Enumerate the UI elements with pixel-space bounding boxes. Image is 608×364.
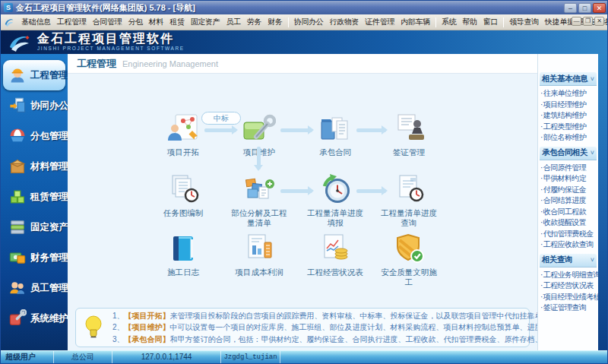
bullet: ·	[540, 100, 543, 109]
link-building-structure[interactable]: ·建筑结构维护	[538, 110, 598, 122]
chevron-down-icon: ˅	[591, 256, 597, 264]
link-project-type[interactable]: ·工程类型维护	[538, 122, 598, 133]
menu-staff[interactable]: 员工	[223, 17, 243, 27]
link-label: 代扣管理费税金	[543, 229, 594, 238]
section-title: 相关基本信息	[540, 74, 591, 84]
link-owner-material[interactable]: ·甲供材料约定	[538, 173, 598, 185]
section-title: 承包合同相关	[540, 147, 591, 158]
flow-item-progress-report[interactable]: 工程量清单进度填报	[301, 174, 369, 228]
sidebar-item-label: 员工管理	[30, 282, 68, 295]
menu-engineering[interactable]: 工程管理	[54, 17, 90, 27]
tip-line: 3、【承包合同】和甲方签订的合同，包括：甲供材约定、履约保证金、合同执行进度、工…	[112, 334, 608, 346]
link-label: 签证管理查询	[543, 303, 586, 312]
menu-separator	[503, 17, 504, 27]
progress-query-icon	[392, 174, 426, 204]
app-window: S 金石工程项目管理软件(网络集团版) 5.78 - [导航] – □ ✕ 基础…	[0, 0, 608, 364]
menu-contract[interactable]: 合同管理	[90, 17, 125, 27]
menu-basic-info[interactable]: 基础信息	[18, 17, 54, 27]
menu-window[interactable]: 窗口	[480, 17, 501, 27]
link-payment-reminder[interactable]: ·收款提醒设置	[538, 217, 598, 229]
link-settlement-progress[interactable]: ·合同结算进度	[538, 195, 598, 207]
sidebar-item-collaboration[interactable]: 协同办公	[1, 90, 68, 121]
link-project-manager[interactable]: ·项目经理维护	[538, 100, 598, 111]
link-label: 工程经营状况表	[543, 281, 594, 290]
maximize-button[interactable]: □	[578, 3, 591, 13]
sidebar-item-engineering[interactable]: 工程管理	[3, 60, 65, 90]
mdi-minimize-button[interactable]: —	[572, 17, 581, 26]
section-header-contract[interactable]: 承包合同相关 ˅	[540, 147, 597, 160]
link-pm-performance[interactable]: ·项目经理业绩考核	[538, 292, 598, 303]
link-label: 工程类型维护	[543, 122, 586, 131]
flow-item-safety[interactable]: 安全质量文明施工	[375, 233, 443, 287]
tip-number: 1、	[112, 312, 125, 320]
link-withhold-tax[interactable]: ·代扣管理费税金	[538, 229, 598, 240]
link-business-detail-query[interactable]: ·工程业务明细查询	[538, 270, 598, 281]
menu-certificates[interactable]: 证件管理	[362, 17, 397, 27]
menu-finance[interactable]: 财务	[264, 17, 285, 27]
menu-vehicles[interactable]: 内部车辆	[397, 17, 433, 27]
minimize-button[interactable]: –	[564, 3, 577, 13]
brand-subtitle: JINSHI PROJECT MANAGEMENT SOFTWARE	[37, 46, 185, 52]
flow-item-boq-breakdown[interactable]: 部位分解及工程量清单	[225, 174, 293, 228]
menu-labor[interactable]: 劳务	[244, 17, 264, 27]
window-icon[interactable]: S	[4, 3, 13, 12]
menu-help[interactable]: 帮助	[459, 17, 480, 27]
flow-item-cost-profit[interactable]: 项目成本利润	[225, 233, 293, 277]
lease-cubes-icon	[8, 188, 27, 206]
link-deposit-pay[interactable]: ·付履约保证金	[538, 185, 598, 196]
link-contract-original[interactable]: ·合同原件管理	[538, 163, 598, 174]
link-label: 甲供材料约定	[543, 174, 586, 182]
bullet: ·	[540, 111, 543, 119]
menu-subcontract[interactable]: 分包	[125, 17, 145, 27]
close-button[interactable]: ✕	[593, 3, 606, 13]
sidebar-item-lease[interactable]: 租赁管理	[1, 182, 68, 212]
flow-label: 工程量清单进度查询	[378, 208, 439, 228]
flow-item-task-plan[interactable]: 任务图编制	[149, 174, 217, 218]
section-header-basic-info[interactable]: 相关基本信息 ˅	[540, 72, 597, 86]
lightbulb-icon	[84, 315, 103, 340]
construction-log-icon	[166, 233, 200, 264]
menu-system[interactable]: 系统	[439, 17, 459, 27]
menu-admin-supplies[interactable]: 行政物资	[327, 17, 363, 27]
link-receivable-query[interactable]: ·工程应收款查询	[538, 239, 598, 251]
link-label: 部位名称维护	[543, 133, 586, 141]
link-partner-units[interactable]: ·往来单位维护	[538, 88, 598, 100]
sidebar-item-material[interactable]: 材料管理	[1, 151, 68, 182]
menu-fixed-assets[interactable]: 固定资产	[188, 17, 223, 27]
bullet: ·	[540, 174, 543, 182]
bullet: ·	[540, 133, 543, 141]
flow-label: 签证管理	[378, 147, 439, 157]
mdi-restore-button[interactable]: ❐	[583, 17, 593, 26]
sidebar-item-subcontract[interactable]: 分包管理	[1, 121, 68, 151]
link-business-status-report[interactable]: ·工程经营状况表	[538, 280, 598, 292]
flow-item-progress-query[interactable]: 工程量清单进度查询	[375, 174, 443, 228]
flow-item-business-status[interactable]: 工程经营状况表	[301, 233, 369, 277]
sidebar-item-finance[interactable]: 财务管理	[1, 242, 68, 273]
bullet: ·	[540, 229, 543, 238]
menu-collaboration[interactable]: 协同办公	[291, 17, 327, 27]
link-part-name[interactable]: ·部位名称维护	[538, 132, 598, 144]
page-header: 工程管理 Engineering Management	[68, 54, 537, 74]
menu-material[interactable]: 材料	[146, 17, 166, 27]
sidebar-item-label: 系统维护	[30, 312, 68, 325]
flow-item-visa[interactable]: 签证管理	[375, 113, 443, 157]
link-visa-query[interactable]: ·签证管理查询	[538, 302, 598, 314]
rightbar-section-contract: 承包合同相关 ˅ ·合同原件管理 ·甲供材料约定 ·付履约保证金 ·合同结算进度…	[538, 147, 598, 251]
link-receive-payment[interactable]: ·收合同工程款	[538, 207, 598, 218]
sidebar-item-fixed-assets[interactable]: 固定资产	[1, 212, 68, 242]
bullet: ·	[540, 163, 543, 172]
flow-item-contract[interactable]: 承包合同	[301, 113, 369, 157]
mdi-close-button[interactable]: ✕	[594, 17, 604, 26]
flow-item-construction-log[interactable]: 施工日志	[149, 233, 217, 277]
link-label: 项目经理维护	[543, 100, 586, 109]
page-title: 工程管理	[77, 57, 116, 71]
menu-leader-query[interactable]: 领导查询	[506, 17, 542, 27]
bullet: ·	[540, 89, 543, 97]
bullet: ·	[540, 218, 543, 226]
sidebar-item-maintenance[interactable]: 系统维护	[1, 303, 68, 334]
sidebar-item-label: 租赁管理	[30, 191, 68, 204]
section-header-query[interactable]: 相关查询 ˅	[540, 254, 597, 267]
sidebar-item-staff[interactable]: 员工管理	[1, 273, 68, 303]
subcontract-icon	[8, 127, 27, 145]
menu-lease[interactable]: 租赁	[166, 17, 187, 27]
